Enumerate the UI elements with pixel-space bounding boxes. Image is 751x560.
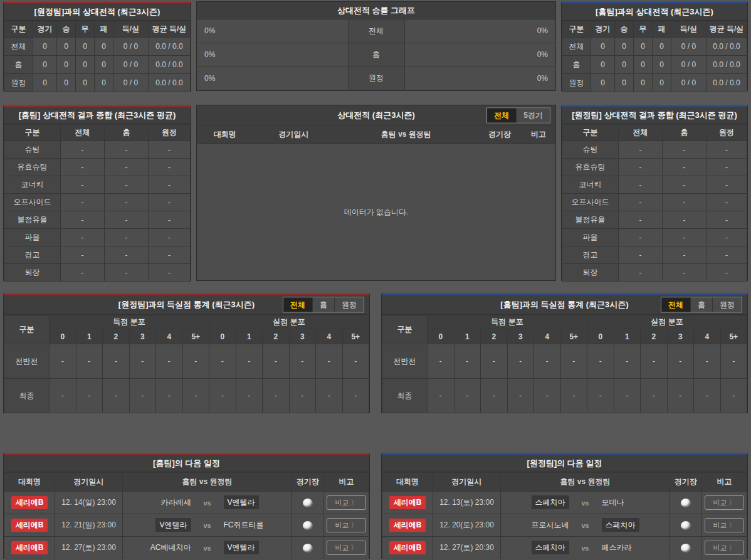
matchup-cell: 스페치아vs페스카라 (501, 537, 670, 559)
column-header: 경기장 (670, 473, 702, 492)
stat-cell: - (619, 141, 663, 159)
compare-button[interactable]: 비교 〉 (705, 495, 743, 510)
panel-title: [홈팀]과의 득실점 통계 (최근3시즌) 전체홈원정 (382, 295, 747, 315)
goal-distribution-table: 구분득점 분포실점 분포012345+012345+전반전-----------… (4, 315, 369, 413)
compare-button[interactable]: 비교 〉 (705, 541, 743, 555)
stat-cell: - (454, 344, 481, 379)
stat-cell: - (61, 194, 105, 211)
stat-cell: 0 (33, 38, 57, 56)
matchup-line: 카라레세vsV엔텔라 (123, 497, 291, 508)
stat-cell: - (706, 264, 747, 282)
panel-title: [홈팀]의 다음 일정 (4, 455, 369, 472)
stat-cell: - (619, 246, 663, 264)
column-header: 평균 득/실 (149, 21, 191, 38)
stat-cell: - (641, 379, 668, 413)
group-header: 실점 분포 (209, 315, 369, 329)
winrate-graph: 0%전체0%0%홈0%0%원정0% (197, 19, 555, 90)
tab-all[interactable]: 전체 (487, 108, 516, 122)
stat-cell: - (61, 246, 105, 264)
league-cell: 세리에B (4, 537, 55, 559)
score-column-header: 2 (103, 329, 130, 344)
compare-button[interactable]: 비교 〉 (327, 495, 365, 510)
table-header-row: 대회명경기일시홈팀 vs 원정팀경기장비고 (382, 473, 747, 492)
tab-away[interactable]: 원정 (334, 297, 364, 312)
league-badge: 세리에B (389, 519, 426, 532)
stat-cell: - (50, 379, 76, 413)
score-column-header: 2 (481, 329, 508, 344)
stat-cell: - (667, 379, 694, 413)
home-team-name: 스페치아 (501, 542, 569, 553)
stat-cell: - (560, 344, 587, 379)
column-header: 홈팀 vs 원정팀 (123, 473, 292, 492)
score-column-header: 4 (156, 329, 183, 344)
stat-cell: 0 / 0 (671, 74, 706, 92)
vs-label: vs (569, 522, 602, 529)
tab-home[interactable]: 홈 (690, 297, 712, 312)
column-header: 무 (634, 21, 653, 38)
stat-cell: - (105, 264, 149, 282)
next-schedule-table: 대회명경기일시홈팀 vs 원정팀경기장비고세리에B12. 13(토) 23:00… (382, 472, 747, 559)
stat-cell: - (619, 264, 663, 282)
away-team-name: 스페치아 (602, 520, 670, 531)
table-row: 오프사이드--- (562, 194, 747, 211)
stat-cell: - (587, 344, 614, 379)
column-header: 경기일시 (433, 473, 501, 492)
column-header: 경기장 (292, 473, 324, 492)
league-cell: 세리에B (382, 514, 433, 537)
tab-home[interactable]: 홈 (312, 297, 334, 312)
stat-cell: - (105, 194, 149, 211)
table-row: 전반전------------ (382, 344, 747, 379)
tab-away[interactable]: 원정 (712, 297, 742, 312)
compare-button[interactable]: 비교 〉 (327, 541, 365, 555)
away-team-name: V엔텔라 (224, 497, 292, 508)
stat-cell: 0 (33, 74, 57, 92)
stat-cell: - (149, 229, 191, 246)
column-header: 홈 (105, 125, 149, 141)
stat-cell: - (76, 379, 103, 413)
compare-cell: 비교 〉 (702, 492, 747, 514)
compare-button[interactable]: 비교 〉 (327, 518, 365, 532)
stat-cell: - (103, 379, 130, 413)
column-header: 비고 (522, 129, 555, 140)
panel-title: [홈팀]과의 상대전적 (최근3시즌) (562, 3, 747, 21)
table-row: 최종------------ (4, 379, 369, 413)
stat-cell: - (614, 344, 641, 379)
table-row: 슈팅--- (4, 141, 191, 159)
home-winrate-bar-area: 0% (197, 19, 349, 43)
row-label: 최종 (4, 379, 50, 413)
stat-cell: 0.0 / 0.0 (149, 56, 191, 74)
tab-last5[interactable]: 5경기 (516, 108, 550, 122)
table-row: 코너킥--- (562, 176, 747, 194)
column-header: 경기일시 (55, 473, 123, 492)
table-row: 파울--- (562, 229, 747, 246)
column-header: 비고 (702, 473, 747, 492)
stat-cell: - (103, 344, 130, 379)
table-row: 오프사이드--- (4, 194, 191, 211)
stadium-ball-icon (303, 521, 313, 530)
stat-cell: - (663, 176, 706, 194)
home-team-name: 프로시노네 (501, 520, 569, 531)
league-badge: 세리에B (11, 519, 48, 532)
stat-cell: - (663, 211, 706, 229)
schedule-row: 세리에B12. 21(일) 23:00V엔텔라vsFC쥐트티롤비교 〉 (4, 514, 369, 537)
stat-cell: - (156, 344, 183, 379)
match-list-filter-tabs: 전체5경기 (486, 107, 550, 123)
group-header: 득점 분포 (428, 315, 587, 329)
score-column-header: 4 (316, 329, 343, 344)
stat-cell: - (342, 379, 369, 413)
schedule-row: 세리에B12. 27(토) 23:00AC베네치아vsV엔텔라비교 〉 (4, 537, 369, 559)
stat-cell: - (149, 176, 191, 194)
tab-all[interactable]: 전체 (661, 297, 690, 312)
column-header: 대회명 (4, 473, 55, 492)
winrate-row: 0%홈0% (197, 43, 555, 67)
tab-all[interactable]: 전체 (283, 297, 312, 312)
stat-cell: - (720, 344, 747, 379)
compare-button[interactable]: 비교 〉 (705, 518, 743, 532)
stat-cell: - (289, 344, 316, 379)
goal-stats-filter-tabs: 전체홈원정 (283, 297, 364, 312)
matchup-cell: 스페치아vs모데나 (501, 492, 670, 514)
column-header: 대회명 (197, 129, 253, 140)
row-label: 볼점유율 (562, 211, 619, 229)
stat-cell: - (454, 379, 481, 413)
league-cell: 세리에B (382, 492, 433, 514)
